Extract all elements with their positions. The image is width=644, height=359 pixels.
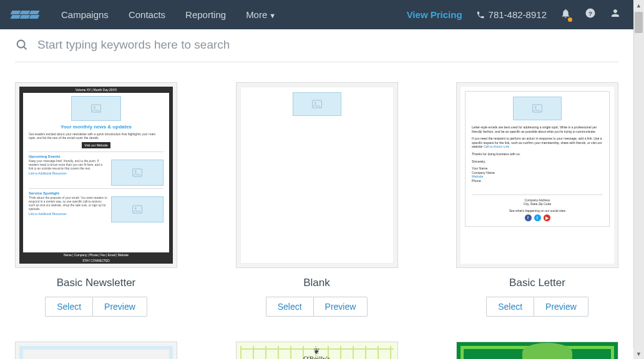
preview-button[interactable]: Preview [92,297,147,317]
view-pricing-link[interactable]: View Pricing [407,9,462,20]
top-navbar: Campaigns Contacts Reporting More▼ View … [0,0,633,29]
nav-reporting[interactable]: Reporting [185,9,226,20]
image-placeholder-icon [111,160,163,186]
brand-logo[interactable] [11,8,42,22]
nav-campaigns[interactable]: Campaigns [61,9,109,20]
mini-events-heading: Upcoming Events [29,155,163,158]
notifications-bell-icon[interactable] [560,8,571,22]
leaf-icon: ❦ [240,348,394,355]
mini-volume: Volume XX | Month Day 20XX [19,87,173,93]
mini-events-link: Link to Additional Resources [29,172,107,176]
divider [15,62,618,62]
letter-p4: Sincerely, [472,160,603,164]
image-placeholder-icon [293,92,341,116]
scrollbar-down-icon[interactable]: ▼ [633,348,644,359]
mini-footer-contact: Name | Company | Phone | Fax | Email | W… [19,252,173,258]
mini-cta: Visit our Website [82,142,110,148]
template-search-input[interactable] [37,38,618,52]
svg-text:?: ? [588,10,592,17]
mini-headline: Your monthly news & updates [29,124,163,130]
twitter-icon: t [534,214,541,221]
template-thumb-row2-c[interactable] [456,342,618,359]
image-placeholder-icon [111,196,163,223]
svg-point-11 [315,102,316,104]
notification-dot [568,17,572,22]
letter-social-label: See what's happening on our social sites [472,209,603,213]
svg-point-9 [135,208,137,209]
phone-number[interactable]: 781-482-8912 [476,9,547,20]
letter-p1: Letter-style emails are best used for ad… [472,125,603,133]
nav-contacts[interactable]: Contacts [129,9,165,20]
template-title: Basic Newsletter [15,277,177,289]
select-button[interactable]: Select [486,297,534,317]
phone-icon [476,11,485,19]
letter-addr2: City, State Zip Code [472,202,603,206]
template-thumb-row2-a[interactable] [15,342,177,359]
oreillys-logo-text: O'Reilly's [240,355,394,359]
template-thumb-row2-b[interactable]: ❦ O'Reilly's [236,342,398,359]
scrollbar-up-icon[interactable]: ▲ [633,0,644,11]
letter-cta-link: Call-to-Action Link [484,145,509,148]
preview-button[interactable]: Preview [534,297,588,317]
image-placeholder-icon [71,96,121,121]
help-icon[interactable]: ? [585,7,596,22]
mini-intro: Get readers excited about your newslette… [29,132,163,140]
image-placeholder-icon [513,97,562,120]
template-title: Blank [236,277,398,289]
mini-footer-stayconnected: STAY CONNECTED [19,258,173,264]
template-thumb-basic-letter[interactable]: Letter-style emails are best used for ad… [456,82,618,268]
svg-point-13 [535,107,537,108]
facebook-icon: f [525,214,532,221]
template-thumb-basic-newsletter[interactable]: Volume XX | Month Day 20XX Your monthly … [15,82,177,268]
nav-more[interactable]: More▼ [246,9,276,20]
preview-button[interactable]: Preview [313,297,368,317]
svg-point-5 [94,107,95,108]
letter-signature: Your Name Company Name Website Phone [472,166,603,183]
letter-p3: Thanks for doing business with us. [472,152,603,156]
svg-point-2 [17,41,25,48]
search-icon [15,38,29,52]
select-button[interactable]: Select [45,297,92,317]
template-title: Basic Letter [456,277,618,289]
account-icon[interactable] [610,7,621,22]
mini-spotlight-link: Link to Additional Resources [29,213,107,216]
youtube-icon: ▶ [544,214,550,221]
scrollbar-thumb[interactable] [635,12,643,33]
svg-point-7 [135,171,137,173]
svg-line-3 [24,47,26,49]
scrollbar-track[interactable]: ▲ ▼ [633,0,644,359]
select-button[interactable]: Select [266,297,313,317]
mini-spotlight-heading: Service Spotlight [29,191,163,195]
letter-p2: If you need the recipient to perform an … [472,136,603,149]
template-thumb-blank[interactable] [236,82,398,268]
chevron-down-icon: ▼ [269,12,276,19]
